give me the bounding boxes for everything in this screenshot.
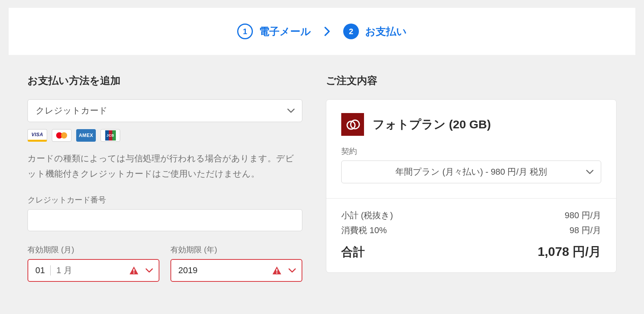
checkout-stepper: 1 電子メール 2 お支払い bbox=[9, 8, 635, 55]
amex-icon: AMEX bbox=[76, 129, 96, 142]
tax-value: 98 円/月 bbox=[569, 225, 601, 236]
svg-rect-2 bbox=[276, 269, 278, 272]
step-email-label: 電子メール bbox=[259, 25, 311, 38]
step-email[interactable]: 1 電子メール bbox=[237, 24, 311, 39]
svg-rect-3 bbox=[276, 272, 278, 274]
payment-form: お支払い方法を追加 クレジットカード VISA AMEX JCB カードの種類に… bbox=[27, 74, 302, 282]
contract-label: 契約 bbox=[341, 146, 601, 157]
step-payment-number: 2 bbox=[343, 24, 359, 39]
cc-number-label: クレジットカード番号 bbox=[27, 195, 302, 205]
subtotal-value: 980 円/月 bbox=[565, 210, 601, 221]
product-name: フォトプラン (20 GB) bbox=[373, 117, 491, 133]
chevron-down-icon bbox=[145, 268, 153, 273]
plan-select[interactable]: 年間プラン (月々払い) - 980 円/月 税別 bbox=[341, 161, 601, 183]
svg-rect-1 bbox=[134, 272, 135, 274]
subtotal-label: 小計 (税抜き) bbox=[341, 210, 393, 221]
warning-icon bbox=[129, 266, 139, 275]
mastercard-icon bbox=[52, 129, 71, 142]
order-section-title: ご注文内容 bbox=[326, 74, 617, 88]
exp-month-select[interactable]: 01 1 月 bbox=[27, 259, 159, 282]
payment-method-select[interactable]: クレジットカード bbox=[27, 99, 302, 122]
payment-section-title: お支払い方法を追加 bbox=[27, 74, 302, 88]
tax-line: 消費税 10% 98 円/月 bbox=[341, 225, 601, 236]
step-email-number: 1 bbox=[237, 24, 253, 39]
order-summary: ご注文内容 フォトプラン (20 GB) 契約 年間プラン (月々払い) - 9… bbox=[326, 74, 617, 282]
plan-selected-value: 年間プラン (月々払い) - 980 円/月 税別 bbox=[395, 166, 547, 178]
svg-rect-0 bbox=[134, 269, 135, 272]
step-payment[interactable]: 2 お支払い bbox=[343, 24, 407, 39]
total-value: 1,078 円/月 bbox=[538, 243, 601, 261]
total-label: 合計 bbox=[341, 244, 365, 260]
divider bbox=[326, 198, 616, 199]
order-card: フォトプラン (20 GB) 契約 年間プラン (月々払い) - 980 円/月… bbox=[326, 99, 617, 273]
exp-month-label: 有効期限 (月) bbox=[27, 245, 159, 255]
chevron-down-icon bbox=[287, 108, 295, 113]
creative-cloud-icon bbox=[341, 113, 364, 136]
step-payment-label: お支払い bbox=[365, 25, 407, 38]
chevron-down-icon bbox=[288, 268, 296, 273]
tax-label: 消費税 10% bbox=[341, 225, 387, 236]
payment-hint-text: カードの種類によっては与信処理が行われる場合があります。デビット機能付きクレジッ… bbox=[27, 151, 302, 181]
exp-month-code: 01 bbox=[35, 265, 51, 276]
payment-method-value: クレジットカード bbox=[36, 105, 108, 117]
warning-icon bbox=[272, 266, 282, 275]
exp-month-text: 1 月 bbox=[56, 265, 72, 276]
card-brand-row: VISA AMEX JCB bbox=[27, 129, 302, 142]
exp-year-value: 2019 bbox=[178, 265, 198, 276]
step-separator-icon bbox=[324, 26, 331, 37]
chevron-down-icon bbox=[586, 169, 594, 175]
cc-number-input[interactable] bbox=[27, 209, 302, 231]
total-line: 合計 1,078 円/月 bbox=[341, 243, 601, 261]
exp-year-select[interactable]: 2019 bbox=[170, 259, 302, 282]
subtotal-line: 小計 (税抜き) 980 円/月 bbox=[341, 210, 601, 221]
jcb-icon: JCB bbox=[101, 129, 120, 142]
exp-year-label: 有効期限 (年) bbox=[170, 245, 302, 255]
visa-icon: VISA bbox=[27, 129, 47, 142]
